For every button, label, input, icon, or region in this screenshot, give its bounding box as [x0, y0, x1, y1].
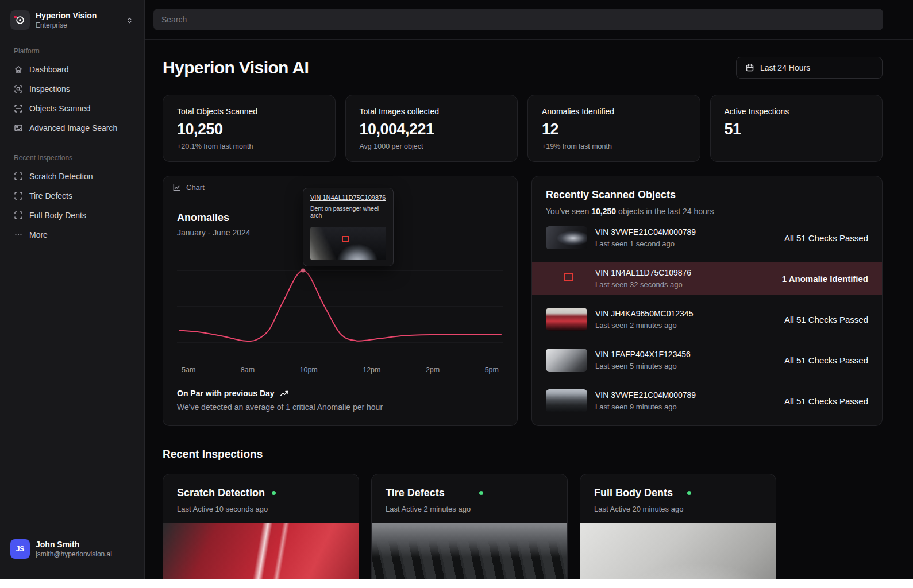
vehicle-thumbnail-anomaly — [546, 267, 587, 290]
chevrons-up-down-icon — [125, 16, 134, 25]
vehicle-thumbnail — [546, 389, 587, 412]
row-status: All 51 Checks Passed — [784, 396, 868, 406]
row-status: All 51 Checks Passed — [784, 315, 868, 324]
user-name: John Smith — [36, 540, 112, 549]
sidebar-item-tire-defects[interactable]: Tire Defects — [9, 186, 135, 206]
sidebar-item-objects-scanned[interactable]: Objects Scanned — [9, 99, 135, 118]
nav-label: Advanced Image Search — [29, 123, 117, 133]
workspace-plan: Enterprise — [36, 21, 120, 29]
image-search-icon — [14, 123, 23, 133]
row-vin: VIN JH4KA9650MC012345 — [595, 309, 776, 318]
row-vin: VIN 1FAFP404X1F123456 — [595, 350, 776, 359]
chart-tooltip: VIN 1N4AL11D75C109876 Dent on passenger … — [303, 188, 394, 266]
stat-card-anomalies: Anomalies Identified 12 +19% from last m… — [527, 95, 700, 162]
sidebar-item-full-body-dents[interactable]: Full Body Dents — [9, 206, 135, 225]
workspace-name: Hyperion Vision — [36, 11, 120, 20]
stat-note: +20.1% from last month — [177, 142, 321, 150]
anomalies-chart — [177, 254, 503, 363]
nav-label: Scratch Detection — [29, 172, 93, 181]
full-body-dents-image — [580, 523, 776, 579]
row-status: All 51 Checks Passed — [784, 233, 868, 243]
stat-cards: Total Objects Scanned 10,250 +20.1% from… — [163, 95, 883, 162]
vehicle-thumbnail — [546, 308, 587, 331]
row-last-seen: Last seen 5 minutes ago — [595, 362, 776, 370]
main-area: Hyperion Vision AI Last 24 Hours Total O… — [145, 0, 913, 579]
sidebar-item-more[interactable]: More — [9, 225, 135, 245]
active-status-dot — [687, 491, 691, 495]
user-menu[interactable]: JS John Smith jsmith@hyperionvision.ai — [9, 537, 135, 561]
stat-note: Avg 1000 per object — [360, 142, 504, 150]
scan-line-icon — [14, 104, 23, 113]
scanned-object-row[interactable]: VIN 3VWFE21C04M000789 Last seen 9 minute… — [532, 385, 882, 417]
inspection-last-active: Last Active 10 seconds ago — [177, 505, 345, 513]
inspection-card-tire-defects[interactable]: Tire Defects Last Active 2 minutes ago — [371, 474, 568, 579]
row-status: All 51 Checks Passed — [784, 355, 868, 365]
stat-label: Total Objects Scanned — [177, 107, 321, 116]
nav-label: Tire Defects — [29, 191, 72, 200]
x-tick-label: 12pm — [363, 366, 380, 374]
stat-card-images-collected: Total Images collected 10,004,221 Avg 10… — [345, 95, 518, 162]
page-bottom-gap — [0, 579, 913, 588]
row-status: 1 Anomalie Identified — [782, 274, 868, 284]
search-input[interactable] — [153, 9, 883, 30]
inspection-card-title: Full Body Dents — [594, 487, 673, 499]
nav-label: Inspections — [29, 84, 70, 94]
scratch-detection-image — [163, 523, 359, 579]
trending-up-icon — [280, 390, 289, 397]
stat-label: Anomalies Identified — [542, 107, 686, 116]
x-tick-label: 8am — [241, 366, 255, 374]
sidebar-item-inspections[interactable]: Inspections — [9, 79, 135, 99]
x-tick-label: 5am — [182, 366, 195, 374]
chart-footer-subtitle: We've detected an average of 1 critical … — [177, 403, 503, 412]
stat-card-active-inspections: Active Inspections 51 — [710, 95, 883, 162]
row-last-seen: Last seen 32 seconds ago — [595, 280, 774, 289]
scanned-object-row-anomaly[interactable]: VIN 1N4AL11D75C109876 Last seen 32 secon… — [532, 262, 882, 295]
ellipsis-icon — [14, 230, 23, 239]
app-root: Hyperion Vision Enterprise Platform Dash… — [0, 0, 913, 579]
tooltip-vin: VIN 1N4AL11D75C109876 — [310, 194, 386, 201]
workspace-switcher[interactable]: Hyperion Vision Enterprise — [9, 9, 135, 31]
stat-value: 12 — [542, 121, 686, 138]
topbar — [145, 0, 913, 40]
content: Hyperion Vision AI Last 24 Hours Total O… — [145, 40, 913, 579]
sidebar-item-dashboard[interactable]: Dashboard — [9, 60, 135, 79]
chart-plot-area: 5am8am10pm12pm2pm5pm — [177, 254, 503, 374]
stat-card-objects-scanned: Total Objects Scanned 10,250 +20.1% from… — [163, 95, 336, 162]
scanned-object-row[interactable]: VIN JH4KA9650MC012345 Last seen 2 minute… — [532, 303, 882, 335]
inspection-card-scratch-detection[interactable]: Scratch Detection Last Active 10 seconds… — [163, 474, 359, 579]
chart-tab-label: Chart — [186, 183, 205, 192]
calendar-icon — [745, 63, 754, 72]
anomaly-annotation-box — [342, 236, 349, 242]
active-status-dot — [272, 491, 276, 495]
nav-label: Full Body Dents — [29, 211, 86, 220]
scan-icon — [14, 191, 23, 200]
date-range-button[interactable]: Last 24 Hours — [736, 57, 883, 79]
scanned-object-row[interactable]: VIN 1FAFP404X1F123456 Last seen 5 minute… — [532, 344, 882, 376]
scan-icon — [14, 172, 23, 181]
avatar: JS — [10, 539, 30, 559]
stat-label: Active Inspections — [725, 107, 869, 116]
stat-note: +19% from last month — [542, 142, 686, 150]
x-tick-label: 5pm — [485, 366, 499, 374]
sidebar-section-platform: Platform — [14, 47, 130, 55]
chart-footer-title: On Par with previous Day — [177, 389, 275, 398]
stat-value: 10,004,221 — [360, 121, 504, 138]
sidebar-item-scratch-detection[interactable]: Scratch Detection — [9, 167, 135, 186]
sidebar: Hyperion Vision Enterprise Platform Dash… — [0, 0, 145, 579]
row-last-seen: Last seen 1 second ago — [595, 239, 776, 248]
sidebar-item-advanced-image-search[interactable]: Advanced Image Search — [9, 118, 135, 138]
x-tick-label: 10pm — [300, 366, 318, 374]
home-icon — [14, 65, 23, 74]
peak-data-point — [301, 269, 305, 273]
sidebar-section-recent-inspections: Recent Inspections — [14, 154, 130, 162]
active-status-dot — [479, 491, 483, 495]
scanned-object-row[interactable]: VIN 3VWFE21C04M000789 Last seen 1 second… — [532, 222, 882, 254]
inspection-last-active: Last Active 20 minutes ago — [594, 505, 762, 513]
row-vin: VIN 3VWFE21C04M000789 — [595, 390, 776, 400]
recent-inspections-title: Recent Inspections — [163, 448, 883, 461]
user-email: jsmith@hyperionvision.ai — [36, 550, 112, 558]
tooltip-description: Dent on passenger wheel arch — [310, 205, 386, 219]
inspection-card-title: Tire Defects — [386, 487, 445, 499]
inspection-card-full-body-dents[interactable]: Full Body Dents Last Active 20 minutes a… — [580, 474, 776, 579]
x-tick-label: 2pm — [426, 366, 440, 374]
